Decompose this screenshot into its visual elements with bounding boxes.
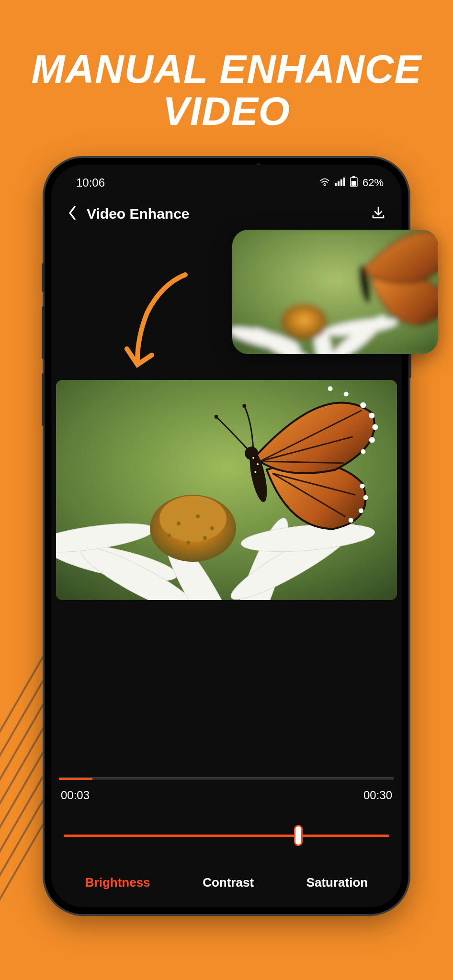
svg-point-48 [281,304,328,341]
before-thumbnail [232,230,438,354]
svg-rect-3 [340,179,342,186]
back-button[interactable] [68,205,77,223]
headline-line-2: VIDEO [163,89,290,134]
progress-fill [59,778,92,780]
title-bar: Video Enhance [51,193,402,233]
svg-point-18 [177,522,181,525]
svg-point-20 [210,526,214,530]
svg-point-19 [196,514,200,518]
marketing-headline: MANUAL ENHANCE VIDEO [0,0,453,132]
svg-point-0 [324,185,325,186]
tab-saturation[interactable]: Saturation [306,875,368,890]
cell-signal-icon [335,177,345,189]
battery-icon [350,176,358,189]
phone-mockup: 10:06 [45,158,408,914]
svg-rect-7 [351,181,356,186]
svg-point-21 [167,534,171,537]
adjustment-slider[interactable] [64,826,389,845]
svg-rect-1 [335,183,337,186]
curved-arrow-icon [118,265,195,375]
headline-line-1: MANUAL ENHANCE [31,46,421,91]
status-battery-text: 62% [362,177,384,189]
svg-point-23 [186,541,190,545]
adjustment-tabs: Brightness Contrast Saturation [51,875,402,890]
slider-handle[interactable] [294,825,303,846]
slider-track[interactable] [64,835,389,837]
wifi-icon [319,177,330,189]
tab-brightness[interactable]: Brightness [85,875,150,890]
status-time: 10:06 [76,176,105,189]
time-duration: 00:30 [363,789,392,802]
download-button[interactable] [371,206,385,222]
progress-track[interactable] [59,777,394,780]
video-preview[interactable] [56,380,397,600]
svg-rect-4 [343,178,345,186]
tab-contrast[interactable]: Contrast [203,875,254,890]
svg-point-22 [203,536,207,540]
page-title: Video Enhance [87,206,362,222]
video-timeline[interactable]: 00:03 00:30 [59,777,394,802]
status-bar: 10:06 [51,165,402,193]
svg-rect-2 [338,181,340,186]
time-current: 00:03 [61,789,90,802]
